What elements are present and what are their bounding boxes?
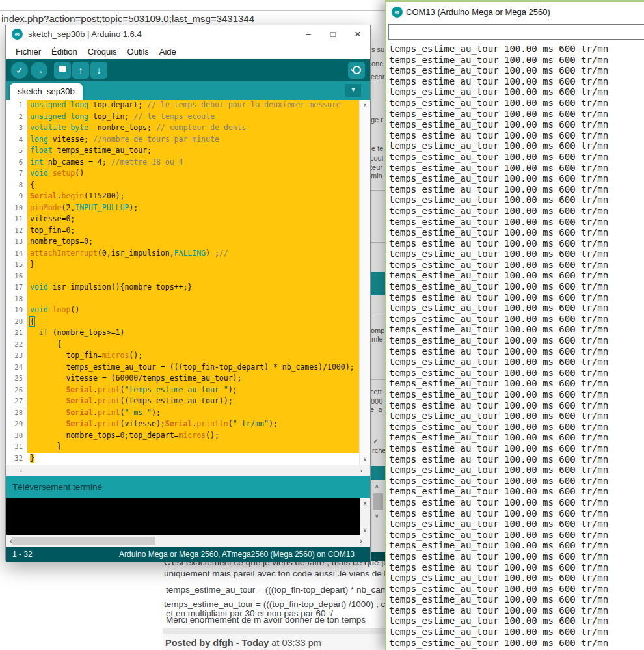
serial-output-line: temps_estime_au_tour 100.00 ms 600 tr/mn — [389, 238, 644, 249]
scroll-up-icon[interactable]: ∧ — [360, 500, 370, 507]
serial-output-line: temps_estime_au_tour 100.00 ms 600 tr/mn — [389, 389, 644, 400]
line-number: 17 — [6, 282, 27, 293]
bg-text-fragment: e te — [371, 144, 383, 152]
line-number: 16 — [6, 271, 27, 282]
maximize-button[interactable]: □ — [322, 25, 344, 44]
serial-output-line: temps_estime_au_tour 100.00 ms 600 tr/mn — [389, 217, 644, 228]
serial-output-line: temps_estime_au_tour 100.00 ms 600 tr/mn — [389, 184, 644, 195]
serial-output-line: temps_estime_au_tour 100.00 ms 600 tr/mn — [389, 465, 644, 476]
tab-sketch[interactable]: sketch_sep30b — [10, 83, 83, 100]
serial-output-line: temps_estime_au_tour 100.00 ms 600 tr/mn — [389, 324, 644, 335]
line-number: 21 — [6, 327, 27, 339]
code-line: 4long vitesse; //nombre de tours par min… — [6, 134, 370, 146]
menu-fichier[interactable]: Fichier — [11, 46, 46, 58]
bg-text-fragment: teur — [370, 163, 382, 171]
code-line: 28 Serial.print(" ms "); — [6, 407, 370, 419]
serial-output-line: temps_estime_au_tour 100.00 ms 600 tr/mn — [389, 152, 644, 163]
code-vertical-scrollbar[interactable]: ∧ ∨ — [359, 100, 370, 465]
serial-output-line: temps_estime_au_tour 100.00 ms 600 tr/mn — [389, 551, 644, 562]
serial-output-line: temps_estime_au_tour 100.00 ms 600 tr/mn — [389, 281, 644, 292]
code-line: 7void setup() — [6, 168, 370, 180]
line-number: 10 — [6, 202, 27, 214]
code-line: 8{ — [6, 180, 370, 191]
save-sketch-button[interactable]: ↓ — [90, 62, 107, 79]
scroll-thumb[interactable] — [12, 537, 155, 545]
scroll-up-icon[interactable]: ∧ — [360, 102, 370, 109]
scroll-left-icon[interactable]: ‹ — [20, 466, 23, 475]
serial-output-line: temps_estime_au_tour 100.00 ms 600 tr/mn — [389, 476, 644, 487]
bg-scroll-down-icon: ∨ — [375, 513, 379, 519]
serial-output-line: temps_estime_au_tour 100.00 ms 600 tr/mn — [389, 638, 644, 649]
serial-output-line: temps_estime_au_tour 100.00 ms 600 tr/mn — [389, 98, 644, 109]
serial-output-line: temps_estime_au_tour 100.00 ms 600 tr/mn — [389, 65, 644, 76]
menu-croquis[interactable]: Croquis — [83, 46, 122, 58]
code-horizontal-scrollbar[interactable]: ‹ › — [6, 465, 370, 476]
line-number: 22 — [6, 339, 27, 351]
code-line: 15} — [6, 259, 370, 271]
tab-dropdown-button[interactable]: ▼ — [345, 84, 361, 97]
verify-button[interactable]: ✓ — [11, 62, 28, 79]
menu-edition[interactable]: Édition — [47, 46, 82, 58]
open-sketch-button[interactable]: ↑ — [72, 62, 89, 79]
serial-titlebar[interactable]: ∞ COM13 (Arduino Mega or Mega 2560) — [386, 2, 644, 23]
bg-teal-button — [369, 466, 386, 480]
serial-output-line: temps_estime_au_tour 100.00 ms 600 tr/mn — [389, 368, 644, 379]
serial-output-line: temps_estime_au_tour 100.00 ms 600 tr/mn — [389, 173, 644, 184]
serial-output-line: temps_estime_au_tour 100.00 ms 600 tr/mn — [389, 530, 644, 541]
arduino-logo-icon: ∞ — [392, 7, 403, 18]
line-number: 31 — [6, 441, 27, 453]
scroll-down-icon[interactable]: ∨ — [360, 526, 370, 533]
line-number: 25 — [6, 373, 27, 385]
code-editor[interactable]: 1unsigned long top_depart; // le temps d… — [6, 100, 370, 465]
scroll-down-icon[interactable]: ∨ — [360, 455, 370, 462]
code-line: 31 } — [6, 441, 370, 453]
serial-output-line: temps_estime_au_tour 100.00 ms 600 tr/mn — [389, 44, 644, 55]
line-number: 7 — [6, 168, 27, 180]
line-number: 6 — [6, 157, 27, 169]
scroll-right-icon[interactable]: › — [360, 466, 362, 475]
serial-output-line: temps_estime_au_tour 100.00 ms 600 tr/mn — [389, 486, 644, 497]
scroll-right-icon[interactable]: › — [360, 536, 362, 545]
bg-text-fragment: mle — [371, 335, 383, 343]
new-sketch-button[interactable] — [54, 62, 71, 79]
serial-output-line: temps_estime_au_tour 100.00 ms 600 tr/mn — [389, 443, 644, 454]
arduino-logo-icon: ∞ — [12, 29, 23, 40]
bg-text-fragment: min — [371, 172, 382, 180]
code-line: 21 if (nombre_tops>=1) — [6, 327, 370, 339]
ide-tabbar: sketch_sep30b ▼ — [6, 81, 370, 100]
ide-statusbar: 1 - 32 Arduino Mega or Mega 2560, ATmega… — [6, 547, 370, 562]
ide-toolbar: ✓ → ↑ ↓ — [6, 59, 370, 81]
forum-post-line: temps_estime_au_tour = (((top_fin-top_de… — [166, 585, 422, 595]
serial-output-line: temps_estime_au_tour 100.00 ms 600 tr/mn — [389, 584, 644, 595]
serial-output-line: temps_estime_au_tour 100.00 ms 600 tr/mn — [389, 540, 644, 551]
minimize-button[interactable]: – — [297, 25, 319, 44]
serial-output-line: temps_estime_au_tour 100.00 ms 600 tr/mn — [389, 55, 644, 66]
bg-text-fragment: omp — [371, 327, 384, 334]
serial-monitor-button[interactable] — [348, 62, 365, 79]
serial-output-line: temps_estime_au_tour 100.00 ms 600 tr/mn — [389, 130, 644, 141]
serial-send-input[interactable] — [388, 24, 644, 40]
menu-outils[interactable]: Outils — [123, 46, 154, 58]
ide-titlebar[interactable]: ∞ sketch_sep30b | Arduino 1.6.4 – □ ✕ — [6, 25, 370, 44]
forum-divider — [163, 628, 423, 634]
code-line: 32} — [6, 453, 370, 465]
serial-output-line: temps_estime_au_tour 100.00 ms 600 tr/mn — [389, 357, 644, 368]
serial-output-line: temps_estime_au_tour 100.00 ms 600 tr/mn — [389, 314, 644, 325]
forum-post-line: temps_estime_au_tour = (((top_fin-top_de… — [164, 599, 422, 609]
board-port-indicator: Arduino Mega or Mega 2560, ATmega2560 (M… — [119, 547, 355, 562]
console-horizontal-scrollbar[interactable]: ‹ › — [6, 535, 370, 547]
line-number: 27 — [6, 396, 27, 407]
serial-output-line: temps_estime_au_tour 100.00 ms 600 tr/mn — [389, 627, 644, 638]
serial-output-line: temps_estime_au_tour 100.00 ms 600 tr/mn — [389, 454, 644, 465]
forum-post-line: Merci enormement de m avoir donner de to… — [166, 615, 366, 625]
bg-scroll-thumb — [373, 493, 383, 510]
console-vertical-scrollbar[interactable]: ∧ ∨ — [360, 498, 370, 535]
upload-button[interactable]: → — [31, 62, 47, 79]
menu-aide[interactable]: Aide — [155, 46, 181, 58]
bg-text-fragment: ge r — [371, 116, 383, 124]
serial-output-line: temps_estime_au_tour 100.00 ms 600 tr/mn — [389, 605, 644, 616]
console-output: ∧ ∨ — [6, 498, 370, 535]
close-button[interactable]: ✕ — [347, 25, 369, 44]
posted-by-author: Posted by dfgh - Today — [165, 638, 269, 648]
line-number: 32 — [6, 453, 27, 465]
